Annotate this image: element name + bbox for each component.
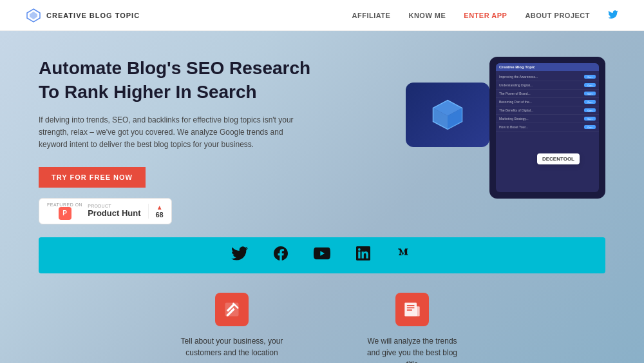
linkedin-social-icon[interactable] <box>356 246 370 264</box>
nav-affiliate[interactable]: Affiliate <box>352 12 391 19</box>
nav-about-project[interactable]: About Project <box>525 12 590 19</box>
feature-2-icon <box>395 293 429 326</box>
navbar: Creative Blog Topic Affiliate Know Me En… <box>0 0 644 31</box>
svg-rect-11 <box>407 309 412 311</box>
feature-1: Tell about your business, your customers… <box>180 293 283 363</box>
tablet-header: Creative Blog Topic <box>496 63 599 71</box>
svg-rect-10 <box>407 308 415 309</box>
nav-know-me[interactable]: Know Me <box>408 12 446 19</box>
table-row: The Benefits of Digital... Gen <box>496 106 599 115</box>
hero-section: Automate Blog's SEO Research To Rank Hig… <box>0 31 644 237</box>
facebook-social-icon[interactable] <box>274 246 288 264</box>
nav-brand: Creative Blog Topic <box>46 12 140 19</box>
product-hunt-badge[interactable]: FEATURED ON P Product Product Hunt ▲ 68 <box>39 198 172 224</box>
feature-1-text: Tell about your business, your customers… <box>180 335 283 358</box>
nav-logo: Creative Blog Topic <box>26 8 140 23</box>
ph-vote-count: 68 <box>155 211 163 219</box>
ph-name: Product Hunt <box>88 208 140 218</box>
cube-icon <box>428 95 467 134</box>
hero-right: Creative Blog Topic Improving the Awaren… <box>399 57 605 224</box>
ph-left: FEATURED ON P <box>47 202 82 220</box>
youtube-social-icon[interactable] <box>314 247 330 264</box>
cube-card <box>406 83 489 147</box>
table-row: How to Boost Your... Gen <box>496 123 599 132</box>
table-row: Improving the Awareness... Gen <box>496 73 599 81</box>
feature-2: We will analyze the trends and give you … <box>361 293 464 363</box>
feature-2-text: We will analyze the trends and give you … <box>361 335 464 363</box>
ph-label: Product <box>88 204 140 208</box>
hero-left: Automate Blog's SEO Research To Rank Hig… <box>39 57 322 224</box>
tablet-screen: Creative Blog Topic Improving the Awaren… <box>496 63 599 192</box>
svg-rect-9 <box>407 305 415 306</box>
twitter-social-icon[interactable] <box>231 246 248 264</box>
social-bar <box>39 237 605 273</box>
nav-links: Affiliate Know Me Enter App About Projec… <box>352 10 618 20</box>
nav-enter-app[interactable]: Enter App <box>464 12 507 19</box>
svg-marker-1 <box>30 12 37 19</box>
hero-title: Automate Blog's SEO Research To Rank Hig… <box>39 57 322 104</box>
hero-description: If delving into trends, SEO, and backlin… <box>39 114 296 152</box>
ph-middle: Product Product Hunt <box>88 204 140 218</box>
table-row: Marketing Strategy... Gen <box>496 115 599 123</box>
table-row: Becoming Part of the... Gen <box>496 98 599 106</box>
medium-social-icon[interactable] <box>396 246 413 264</box>
cta-button[interactable]: TRY FOR FREE NOW <box>39 167 146 188</box>
decentool-label: DECENTOOL <box>537 153 580 164</box>
ph-arrow-icon: ▲ <box>156 204 163 211</box>
features-section: Tell about your business, your customers… <box>0 273 644 363</box>
ph-votes: ▲ 68 <box>148 204 163 219</box>
table-row: The Power of Brand... Gen <box>496 90 599 98</box>
ph-icon: P <box>59 207 71 220</box>
ph-featured-label: FEATURED ON <box>47 202 82 207</box>
tablet-mockup: Creative Blog Topic Improving the Awaren… <box>489 57 605 199</box>
logo-icon <box>26 8 41 23</box>
feature-1-icon <box>215 293 249 326</box>
table-row: Understanding Digital... Gen <box>496 81 599 90</box>
nav-twitter-icon[interactable] <box>608 10 618 20</box>
svg-rect-12 <box>416 306 420 316</box>
